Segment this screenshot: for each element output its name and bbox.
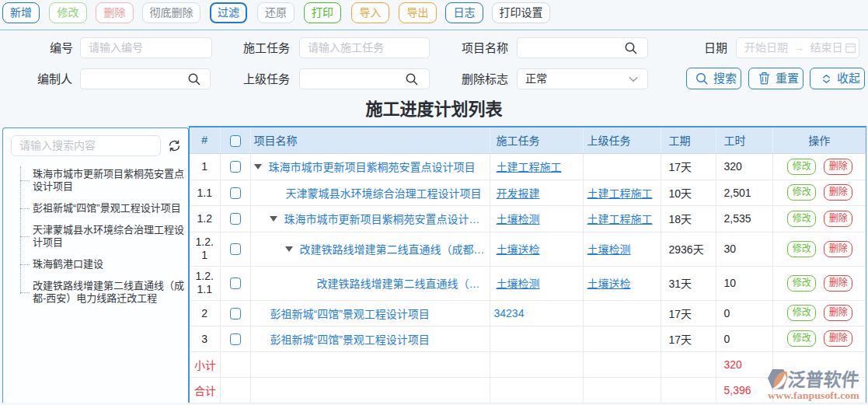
svg-text:www.fanpusoft.com: www.fanpusoft.com (768, 389, 860, 401)
svg-text:泛普软件: 泛普软件 (787, 370, 860, 391)
